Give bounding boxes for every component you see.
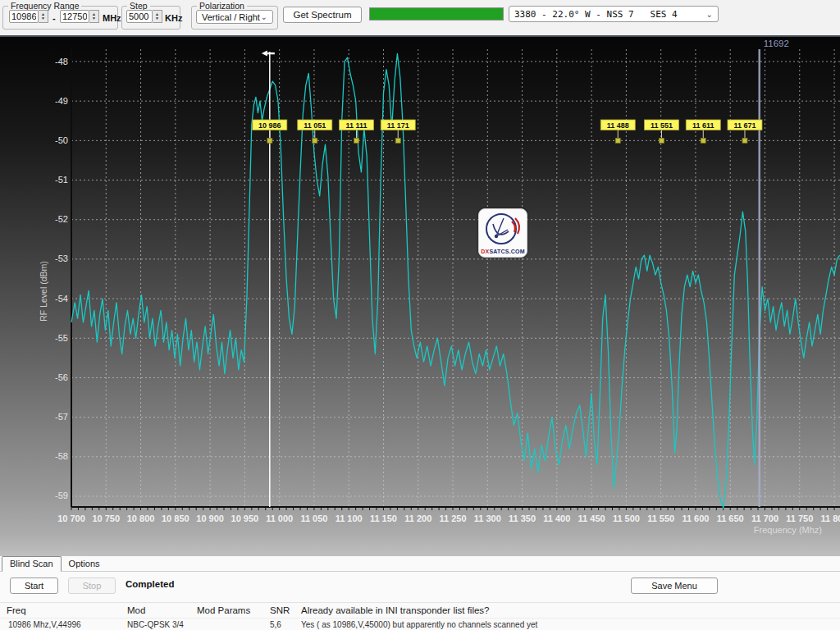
polarization-value: Vertical / Right (202, 12, 260, 22)
col-already-available: Already available in INI transponder lis… (301, 605, 840, 615)
x-tick-label: 10 850 (162, 514, 189, 523)
toolbar: Frequency Range ▲▼ - ▲▼ MHz Step ▲▼ KHz … (0, 0, 840, 37)
freq-from-spinner[interactable]: ▲▼ (39, 10, 48, 23)
transponder-label: 11 111 (345, 121, 367, 130)
stop-button[interactable]: Stop (68, 578, 116, 594)
table-row[interactable]: 10986 Mhz,V,44996 NBC-QPSK 3/4 5,6 Yes (… (0, 619, 840, 630)
x-tick-label: 11 100 (336, 514, 363, 523)
polarization-select[interactable]: Vertical / Right ⌄ (196, 10, 273, 24)
transponder-label: 11 171 (387, 121, 409, 130)
transponder-label: 11 551 (651, 121, 673, 130)
col-mod-params: Mod Params (197, 605, 270, 615)
y-tick-label: -55 (55, 333, 68, 343)
x-tick-label: 11 700 (751, 514, 778, 523)
polarization-group: Polarization Vertical / Right ⌄ (191, 6, 278, 30)
satellite-select[interactable]: 3380 - 22.0° W - NSS 7 SES 4 ⌄ (509, 6, 719, 22)
col-mod: Mod (127, 605, 197, 615)
x-tick-label: 11 400 (543, 514, 570, 523)
transponder-square[interactable] (701, 138, 705, 143)
x-tick-label: 10 900 (196, 514, 224, 523)
frequency-range-group: Frequency Range ▲▼ - ▲▼ MHz (2, 6, 118, 30)
col-snr: SNR (270, 605, 301, 615)
x-tick-label: 11 800 (821, 514, 840, 523)
cell-mod: NBC-QPSK 3/4 (127, 620, 197, 629)
blind-scan-app: Frequency Range ▲▼ - ▲▼ MHz Step ▲▼ KHz … (0, 0, 840, 630)
right-marker-label: 11692 (764, 39, 789, 48)
transponder-square[interactable] (354, 138, 359, 143)
x-tick-label: 10 800 (127, 514, 155, 523)
x-tick-label: 11 300 (474, 514, 501, 523)
step-unit-label: KHz (165, 13, 182, 23)
x-axis-title: Frequency (Mhz) (754, 525, 822, 535)
cell-snr: 5,6 (270, 620, 301, 629)
bottom-panel: Blind Scan Options Start Stop Completed … (0, 556, 840, 630)
save-menu-button[interactable]: Save Menu (631, 578, 718, 594)
chevron-down-icon: ⌄ (261, 12, 267, 21)
y-tick-label: -57 (55, 412, 68, 422)
tab-blind-scan[interactable]: Blind Scan (2, 556, 62, 572)
y-tick-label: -49 (55, 96, 68, 106)
transponder-square[interactable] (267, 138, 272, 143)
transponder-label: 11 488 (607, 121, 629, 130)
freq-to-input[interactable] (60, 10, 89, 23)
x-tick-label: 11 050 (300, 514, 327, 523)
progress-fill (370, 8, 503, 20)
cell-already-available: Yes ( as 10986,V,45000) but apparently n… (301, 620, 840, 629)
x-tick-label: 11 600 (682, 514, 709, 523)
transponder-label: 10 986 (258, 121, 281, 130)
x-tick-label: 11 250 (440, 514, 467, 523)
cursor-arrow-tail (267, 52, 275, 54)
range-separator: - (52, 13, 56, 23)
y-tick-label: -54 (55, 294, 68, 304)
results-table: Freq Mod Mod Params SNR Already availabl… (0, 602, 840, 630)
step-spinner[interactable]: ▲▼ (153, 10, 162, 23)
frequency-unit-label: MHz (103, 13, 121, 23)
freq-from-input[interactable] (9, 10, 39, 23)
freq-to-spinner[interactable]: ▲▼ (89, 10, 99, 23)
transponder-square[interactable] (660, 138, 664, 143)
y-tick-label: -56 (55, 372, 68, 382)
x-tick-label: 11 500 (613, 514, 640, 523)
x-tick-label: 10 700 (57, 514, 85, 523)
y-tick-label: -58 (55, 451, 68, 461)
x-tick-label: 11 150 (370, 514, 397, 523)
transponder-label: 11 671 (733, 121, 756, 130)
start-button[interactable]: Start (10, 578, 58, 594)
spectrum-plot: -48-49-50-51-52-53-54-55-56-57-58-5910 7… (0, 37, 840, 556)
table-header-row: Freq Mod Mod Params SNR Already availabl… (0, 603, 840, 619)
logo-text: DXSATCS.COM (479, 249, 527, 254)
y-axis-title: RF Level (dBm) (39, 261, 48, 322)
progress-bar (369, 7, 504, 21)
step-group: Step ▲▼ KHz (121, 6, 180, 30)
y-tick-label: -51 (55, 175, 68, 185)
col-freq: Freq (0, 605, 127, 615)
transponder-square[interactable] (742, 138, 747, 143)
y-tick-label: -53 (55, 253, 68, 263)
step-input[interactable] (126, 10, 153, 23)
cell-freq: 10986 Mhz,V,44996 (0, 620, 127, 629)
chevron-down-icon: ⌄ (706, 10, 713, 19)
x-tick-label: 10 750 (92, 514, 120, 523)
y-tick-label: -50 (55, 135, 68, 145)
x-tick-label: 11 450 (578, 514, 605, 523)
transponder-label: 11 611 (692, 121, 714, 130)
y-tick-label: -48 (55, 57, 68, 66)
y-tick-label: -59 (55, 491, 68, 500)
spectrum-chart: -48-49-50-51-52-53-54-55-56-57-58-5910 7… (0, 37, 840, 556)
scan-status: Completed (126, 579, 174, 589)
x-tick-label: 11 550 (647, 514, 674, 523)
spectrum-trace (71, 53, 840, 508)
cursor-arrow-icon[interactable] (262, 51, 267, 57)
get-spectrum-button[interactable]: Get Spectrum (283, 7, 362, 23)
x-tick-label: 11 750 (786, 514, 813, 523)
y-tick-label: -52 (55, 214, 68, 224)
x-tick-label: 11 350 (509, 514, 536, 523)
transponder-square[interactable] (615, 138, 620, 143)
satellite-value: 3380 - 22.0° W - NSS 7 SES 4 (514, 9, 678, 20)
x-tick-label: 11 200 (404, 514, 431, 523)
x-tick-label: 10 950 (231, 514, 259, 523)
x-tick-label: 11 000 (266, 514, 293, 523)
transponder-square[interactable] (313, 138, 317, 143)
tab-options[interactable]: Options (62, 557, 107, 571)
transponder-square[interactable] (395, 138, 400, 143)
